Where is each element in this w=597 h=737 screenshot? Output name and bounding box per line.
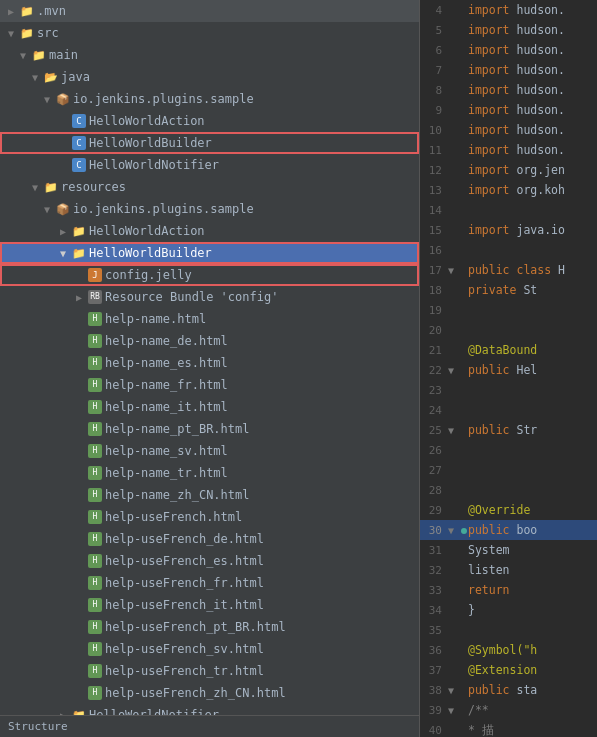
tree-item-hwa[interactable]: ▶ C HelloWorldAction bbox=[0, 110, 419, 132]
tree-label: help-name_it.html bbox=[105, 400, 228, 414]
line-number: 15 bbox=[420, 224, 448, 237]
tree-item-config-jelly[interactable]: ▶ J config.jelly bbox=[0, 264, 419, 286]
tree-item-resources[interactable]: ▼ 📁 resources bbox=[0, 176, 419, 198]
spacer: ▶ bbox=[76, 688, 88, 699]
line-number: 32 bbox=[420, 564, 448, 577]
html-file-icon: H bbox=[88, 312, 102, 326]
tree-item-src[interactable]: ▼ 📁 src bbox=[0, 22, 419, 44]
list-item[interactable]: ▶ H help-name_pt_BR.html bbox=[0, 418, 419, 440]
line-content: return bbox=[468, 583, 510, 597]
chevron-icon: ▼ bbox=[8, 28, 20, 39]
code-line: 10 import hudson. bbox=[420, 120, 597, 140]
list-item[interactable]: ▶ H help-useFrench_it.html bbox=[0, 594, 419, 616]
line-number: 34 bbox=[420, 604, 448, 617]
spacer: ▶ bbox=[76, 556, 88, 567]
list-item[interactable]: ▶ H help-name_sv.html bbox=[0, 440, 419, 462]
line-content: import hudson. bbox=[468, 23, 565, 37]
tree-item-hwa2[interactable]: ▶ 📁 HelloWorldAction bbox=[0, 220, 419, 242]
line-number: 10 bbox=[420, 124, 448, 137]
code-line: 20 bbox=[420, 320, 597, 340]
line-content: import hudson. bbox=[468, 143, 565, 157]
line-content: import org.jen bbox=[468, 163, 565, 177]
line-number: 16 bbox=[420, 244, 448, 257]
html-file-icon: H bbox=[88, 664, 102, 678]
line-content: public sta bbox=[468, 683, 537, 697]
line-number: 7 bbox=[420, 64, 448, 77]
code-line: 37 @Extension bbox=[420, 660, 597, 680]
tree-item-pkg1[interactable]: ▼ 📦 io.jenkins.plugins.sample bbox=[0, 88, 419, 110]
list-item[interactable]: ▶ H help-name_it.html bbox=[0, 396, 419, 418]
spacer: ▶ bbox=[76, 622, 88, 633]
tree-item-hwb[interactable]: ▶ C HelloWorldBuilder bbox=[0, 132, 419, 154]
spacer: ▶ bbox=[60, 116, 72, 127]
code-line: 22 ▼ public Hel bbox=[420, 360, 597, 380]
java-file-icon: C bbox=[72, 136, 86, 150]
line-number: 26 bbox=[420, 444, 448, 457]
tree-item-hwb2[interactable]: ▼ 📁 HelloWorldBuilder bbox=[0, 242, 419, 264]
line-number: 25 bbox=[420, 424, 448, 437]
tree-item-mvn[interactable]: ▶ 📁 .mvn bbox=[0, 0, 419, 22]
line-number: 19 bbox=[420, 304, 448, 317]
list-item[interactable]: ▶ H help-useFrench_es.html bbox=[0, 550, 419, 572]
tree-item-pkg2[interactable]: ▼ 📦 io.jenkins.plugins.sample bbox=[0, 198, 419, 220]
spacer: ▶ bbox=[76, 358, 88, 369]
code-line: 36 @Symbol("h bbox=[420, 640, 597, 660]
html-file-icon: H bbox=[88, 400, 102, 414]
line-content: public Hel bbox=[468, 363, 537, 377]
code-line: 13 import org.koh bbox=[420, 180, 597, 200]
html-file-icon: H bbox=[88, 488, 102, 502]
spacer: ▶ bbox=[60, 138, 72, 149]
list-item[interactable]: ▶ H help-useFrench_pt_BR.html bbox=[0, 616, 419, 638]
line-number: 30 bbox=[420, 524, 448, 537]
html-file-icon: H bbox=[88, 378, 102, 392]
package-icon: 📦 bbox=[56, 203, 70, 216]
line-content: } bbox=[468, 603, 475, 617]
folder-icon: 📁 bbox=[20, 5, 34, 18]
tree-label: help-name_es.html bbox=[105, 356, 228, 370]
structure-tab[interactable]: Structure bbox=[0, 715, 419, 737]
code-line: 29 @Override bbox=[420, 500, 597, 520]
html-file-icon: H bbox=[88, 532, 102, 546]
spacer: ▶ bbox=[76, 380, 88, 391]
spacer: ▶ bbox=[76, 424, 88, 435]
line-number: 38 bbox=[420, 684, 448, 697]
line-content: import hudson. bbox=[468, 123, 565, 137]
list-item[interactable]: ▶ H help-useFrench_zh_CN.html bbox=[0, 682, 419, 704]
tree-label: help-useFrench_fr.html bbox=[105, 576, 264, 590]
list-item[interactable]: ▶ H help-useFrench_sv.html bbox=[0, 638, 419, 660]
list-item[interactable]: ▶ H help-useFrench_de.html bbox=[0, 528, 419, 550]
code-line: 23 bbox=[420, 380, 597, 400]
list-item[interactable]: ▶ H help-useFrench_fr.html bbox=[0, 572, 419, 594]
tree-item-rb-config[interactable]: ▶ RB Resource Bundle 'config' bbox=[0, 286, 419, 308]
list-item[interactable]: ▶ H help-name_es.html bbox=[0, 352, 419, 374]
file-tree[interactable]: ▶ 📁 .mvn ▼ 📁 src ▼ 📁 main ▼ 📂 java ▼ 📦 i… bbox=[0, 0, 420, 737]
code-line: 18 private St bbox=[420, 280, 597, 300]
line-content: import org.koh bbox=[468, 183, 565, 197]
tree-item-hwn[interactable]: ▶ C HelloWorldNotifier bbox=[0, 154, 419, 176]
line-content: public Str bbox=[468, 423, 537, 437]
spacer: ▶ bbox=[76, 534, 88, 545]
line-content: import hudson. bbox=[468, 43, 565, 57]
tree-label: config.jelly bbox=[105, 268, 192, 282]
list-item[interactable]: ▶ H help-useFrench.html bbox=[0, 506, 419, 528]
tree-item-main[interactable]: ▼ 📁 main bbox=[0, 44, 419, 66]
line-number: 37 bbox=[420, 664, 448, 677]
spacer: ▶ bbox=[60, 160, 72, 171]
tree-label: help-name_fr.html bbox=[105, 378, 228, 392]
list-item[interactable]: ▶ H help-name_de.html bbox=[0, 330, 419, 352]
list-item[interactable]: ▶ H help-useFrench_tr.html bbox=[0, 660, 419, 682]
tree-label: help-useFrench_es.html bbox=[105, 554, 264, 568]
line-number: 27 bbox=[420, 464, 448, 477]
list-item[interactable]: ▶ H help-name.html bbox=[0, 308, 419, 330]
line-number: 6 bbox=[420, 44, 448, 57]
spacer: ▶ bbox=[76, 270, 88, 281]
list-item[interactable]: ▶ H help-name_zh_CN.html bbox=[0, 484, 419, 506]
list-item[interactable]: ▶ H help-name_fr.html bbox=[0, 374, 419, 396]
code-line: 24 bbox=[420, 400, 597, 420]
tree-item-java[interactable]: ▼ 📂 java bbox=[0, 66, 419, 88]
spacer: ▶ bbox=[76, 446, 88, 457]
list-item[interactable]: ▶ H help-name_tr.html bbox=[0, 462, 419, 484]
line-content: import hudson. bbox=[468, 63, 565, 77]
code-line: 19 bbox=[420, 300, 597, 320]
code-line: 21 @DataBound bbox=[420, 340, 597, 360]
